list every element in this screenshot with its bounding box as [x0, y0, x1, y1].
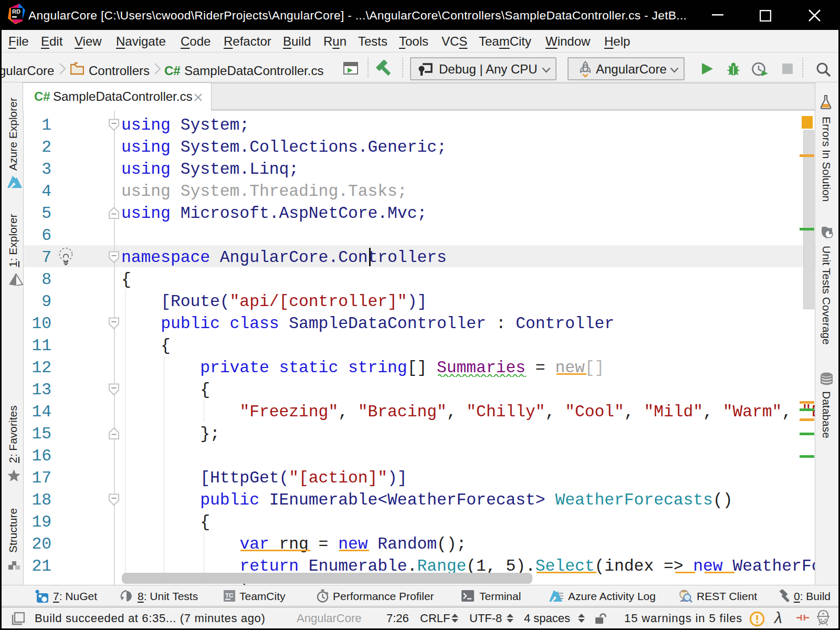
svg-text:RD: RD	[12, 8, 20, 15]
svg-text:TC: TC	[225, 592, 233, 598]
